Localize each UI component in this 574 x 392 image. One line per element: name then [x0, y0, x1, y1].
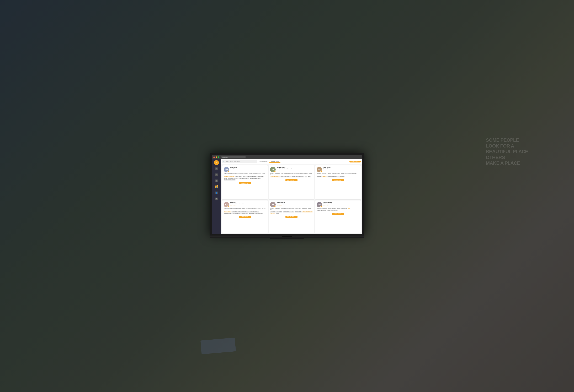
tag-social-media-writing: SOCIAL MEDIA WRITING — [327, 210, 338, 211]
george-kuhn-tags: DIGITAL MARKETING INBOUND MARKETING SOCI… — [270, 176, 313, 177]
patti-podnar-name: Patti Podnar — [277, 202, 313, 203]
chris-harden-title: B2B Copywriter, M... — [323, 203, 359, 204]
chris-harden-cta[interactable]: GET STARTED → — [332, 213, 344, 215]
chris-harden-avatar-wrap: CH ✓ — [317, 202, 322, 207]
minimize-dot[interactable] — [216, 157, 217, 158]
top-bar: 🔍 Search writers by keyword Browse All W… — [221, 159, 362, 164]
nick-mann-more[interactable]: more — [227, 174, 229, 175]
browser-bar: nDash.co — [212, 155, 362, 159]
laptop-bezel: nDash.co n ⊞ DASHBOARD — [210, 153, 364, 235]
kelly-vo-name: Kelly Vo — [230, 202, 266, 203]
writer-card-kelly-vo: KV ✓ Kelly Vo Freelance Writer at Kevo W… — [222, 200, 268, 233]
search-box[interactable]: 🔍 Search writers by keyword — [222, 160, 257, 163]
dave-eagle-more[interactable]: more — [317, 174, 319, 175]
tab-browse-pitches[interactable]: Browse All Pitches — [269, 161, 281, 163]
admin-settings-icon: ⚙ — [215, 197, 218, 200]
sidebar-item-admin-settings[interactable]: ⚙ ADMIN SETTINGS — [212, 197, 221, 202]
tag-inbound: INBOUND MARKETING — [281, 176, 291, 177]
george-kuhn-view-profile[interactable]: View profile → — [277, 170, 313, 171]
sidebar-item-pitches[interactable]: ▤ PITCHES — [212, 179, 221, 184]
patti-podnar-tags: CONTENT MARKETING GHOSTWRITING B2B CONSU… — [270, 211, 313, 214]
nick-mann-cta[interactable]: GET STARTED → — [239, 182, 251, 184]
george-verified-badge: ✓ — [274, 171, 276, 172]
search-icon: 🔍 — [223, 161, 225, 162]
sidebar-item-assignments[interactable]: ≡ ASSIGNMENTS — [212, 173, 221, 178]
dashboard-icon: ⊞ — [215, 167, 218, 170]
tag-hq: HQ — [305, 176, 307, 177]
tag-content-patti: CONTENT — [270, 211, 276, 213]
tag-mobile-opt: MOBILE OPTIMIZATION — [246, 176, 257, 177]
tag-seo: SEO — [243, 176, 246, 177]
dave-eagle-name: Dave Eagle — [323, 167, 359, 168]
kelly-verified-badge: ✓ — [227, 206, 229, 207]
dave-eagle-info: Dave Eagle Sr. Dir., Th... View profile … — [323, 167, 359, 171]
patti-verified-badge: ✓ — [274, 206, 276, 207]
tag-social-mktg-chris: SOCIAL MARKETING — [317, 210, 327, 211]
verified-badge: ✓ — [227, 171, 229, 172]
kelly-vo-industries: Marketing & Advertising, Health, Wellnes… — [224, 208, 266, 211]
tag-consultant: CONSULTANT — [295, 211, 302, 213]
tag-digital-mktg: DIGITAL MARKETING — [270, 176, 280, 177]
dave-eagle-avatar-wrap: DE ✓ — [317, 167, 322, 172]
nick-mann-title: Writer/Entrepreneur — [230, 168, 266, 169]
george-kuhn-avatar-wrap: GK ✓ — [270, 167, 276, 172]
kelly-vo-tags: SOCIAL MEDIA MARKETING AUTOMATION SOFTWA… — [224, 211, 266, 214]
chris-harden-name: Chris Harden — [323, 202, 359, 203]
tag-software: SOFTWARE — [257, 176, 264, 177]
tag-apps: APPS — [224, 178, 227, 179]
patti-podnar-industries: Marketing & Advertising, Construction, F… — [270, 208, 313, 211]
tag-software-world: SOFTWARE IN A WORLD — [328, 176, 339, 177]
tag-sem: SEM — [308, 176, 311, 177]
sidebar-item-user-profile[interactable]: 👤 USER PROFILE — [212, 191, 221, 196]
chris-harden-view-profile[interactable]: View profile → — [323, 205, 359, 206]
chris-harden-industries: Marketing & Advertising, Computer Hardwa… — [317, 208, 359, 209]
dave-eagle-title: Sr. Dir., Th... — [323, 168, 359, 169]
user-profile-icon: 👤 — [215, 192, 218, 194]
writer-card-nick-mann: NM ✓ Nick Mann Writer/Entrepreneur View … — [222, 165, 268, 199]
patti-podnar-more[interactable]: more — [274, 209, 276, 210]
patti-podnar-cta[interactable]: GET STARTED → — [286, 216, 297, 218]
patti-podnar-view-profile[interactable]: View profile → — [277, 205, 313, 206]
assignments-icon: ≡ — [215, 174, 218, 176]
nick-mann-avatar-wrap: NM ✓ — [224, 167, 229, 172]
kelly-vo-view-profile[interactable]: View profile → — [230, 205, 266, 206]
nick-mann-view-profile[interactable]: View profile → — [230, 170, 266, 171]
dave-eagle-view-profile[interactable]: View profile → — [323, 170, 359, 171]
tag-social-media-mktg: SOCIAL MEDIA MARKETING — [291, 176, 304, 177]
dave-eagle-cta[interactable]: GET STARTED → — [332, 179, 344, 181]
laptop-notch — [282, 236, 292, 237]
laptop-base — [210, 235, 364, 238]
dave-eagle-industries: Information Technology & Services, Compu… — [317, 173, 359, 176]
laptop-screen: nDash.co n ⊞ DASHBOARD — [212, 155, 362, 234]
writer-card-dave-eagle: DE ✓ Dave Eagle Sr. Dir., Th... View pro… — [315, 165, 361, 199]
writers-grid: NM ✓ Nick Mann Writer/Entrepreneur View … — [221, 164, 362, 234]
chris-harden-tags: SOCIAL MARKETING SOCIAL MEDIA WRITING — [317, 210, 359, 211]
george-kuhn-industries: Marketing & Advertising, Market Research… — [270, 173, 313, 176]
kelly-vo-cta[interactable]: GET STARTED → — [239, 216, 251, 218]
writers-badge: 27 — [217, 185, 218, 186]
chris-verified-badge: ✓ — [320, 206, 322, 207]
tag-mktg-comms: MARKETING COMMUNICATIONS — [249, 213, 263, 214]
close-dot[interactable] — [213, 157, 215, 158]
decorative-quote: SOME PEOPLE LOOK FOR A BEAUTIFUL PLACE O… — [486, 137, 528, 166]
sidebar-item-my-writers[interactable]: 👥 27 MY WRITERS — [212, 185, 221, 190]
laptop: nDash.co n ⊞ DASHBOARD — [210, 153, 364, 239]
george-kuhn-cta[interactable]: GET STARTED → — [286, 179, 297, 181]
my-writers-icon: 👥 27 — [215, 186, 218, 188]
chris-harden-more[interactable]: more — [348, 208, 350, 209]
laptop-stand — [270, 238, 304, 239]
get-started-button[interactable]: GET STARTED → — [349, 161, 361, 162]
tag-b2c: B2C MARKETING — [232, 213, 241, 214]
patti-podnar-title: Content strategy and development — [277, 203, 313, 204]
tab-browse-writers[interactable]: Browse All Writers — [258, 161, 269, 163]
george-kuhn-title: Data-Driven Strategist, Voice of Cons... — [277, 168, 313, 169]
app-logo[interactable]: n — [214, 160, 219, 165]
patti-podnar-avatar-wrap: PP ✓ — [270, 202, 276, 207]
nick-mann-industries: Marketing & Advertising, Business Suppli… — [224, 173, 266, 176]
url-bar[interactable]: nDash.co — [222, 156, 246, 158]
maximize-dot[interactable] — [218, 157, 219, 158]
george-kuhn-info: George Kuhn Data-Driven Strategist, Voic… — [277, 167, 313, 171]
sidebar-item-dashboard[interactable]: ⊞ DASHBOARD — [212, 167, 221, 172]
george-kuhn-name: George Kuhn — [277, 167, 313, 168]
kelly-vo-more[interactable]: more — [226, 209, 229, 210]
